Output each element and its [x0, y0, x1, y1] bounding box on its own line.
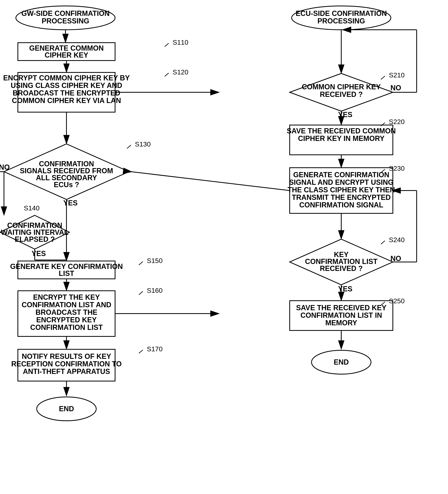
s130-text4: ECUs ?: [54, 181, 79, 189]
ecu-side-header: ECU-SIDE CONFIRMATION: [296, 9, 387, 17]
end-ecu: END: [334, 358, 349, 366]
s250-text1: SAVE THE RECEIVED KEY: [296, 304, 386, 312]
s130-no: NO: [0, 163, 10, 171]
ecu-side-header2: PROCESSING: [317, 17, 365, 25]
s220-text1: SAVE THE RECEIVED COMMON: [287, 127, 396, 135]
s120-text3: BROADCAST THE ENCRYPTED: [13, 89, 121, 97]
s170-text3: ANTI-THEFT APPARATUS: [23, 367, 110, 375]
s240-no: NO: [390, 254, 401, 263]
s120-text1: ENCRYPT COMMON CIPHER KEY BY: [3, 74, 130, 82]
s170-text1: NOTIFY RESULTS OF KEY: [22, 352, 111, 360]
s120-label: S120: [173, 68, 188, 76]
s230-text1: GENERATE CONFIRMATION: [293, 171, 389, 179]
s210-no: NO: [390, 84, 401, 92]
s110-label: S110: [173, 38, 188, 46]
s160-text2: CONFIRMATION LIST AND: [22, 301, 111, 309]
s210-yes: YES: [338, 111, 352, 119]
s160-text3: BROADCAST THE: [36, 308, 97, 316]
s140-text3: ELAPSED ?: [15, 235, 55, 243]
s210-text1: COMMON CIPHER KEY: [302, 83, 381, 91]
s170-text2: RECEPTION CONFIRMATION TO: [11, 360, 122, 368]
s230-text3: THE CLASS CIPHER KEY THEN: [288, 186, 395, 194]
s240-text3: RECEIVED ?: [320, 264, 363, 272]
s240-yes: YES: [338, 285, 352, 293]
s150-label: S150: [147, 257, 162, 264]
gw-side-header: GW-SIDE CONFIRMATION: [21, 9, 110, 17]
end-gw: END: [59, 405, 74, 413]
s160-label: S160: [147, 287, 162, 294]
s220-label: S220: [389, 118, 405, 125]
s250-text2: CONFIRMATION LIST IN: [300, 311, 382, 319]
s210-text2: RECEIVED ?: [320, 90, 363, 99]
s230-text5: CONFIRMATION SIGNAL: [299, 201, 383, 209]
s170-label: S170: [147, 345, 162, 353]
s160-text4: ENCRYPTED KEY: [36, 316, 97, 324]
s110-text2: CIPHER KEY: [45, 51, 88, 59]
s160-text1: ENCRYPT THE KEY: [33, 293, 100, 301]
s230-label: S230: [389, 164, 405, 172]
s160-text5: CONFIRMATION LIST: [30, 323, 103, 332]
s240-label: S240: [389, 236, 405, 244]
s230-text2: SIGNAL AND ENCRYPT USING: [289, 178, 394, 186]
s130-label: S130: [135, 140, 151, 148]
s140-yes: YES: [32, 249, 46, 258]
s120-text4: COMMON CIPHER KEY VIA LAN: [12, 97, 121, 105]
s250-text3: MEMORY: [325, 319, 357, 327]
s220-text2: CIPHER KEY IN MEMORY: [298, 134, 385, 143]
s210-label: S210: [389, 71, 405, 79]
gw-side-header2: PROCESSING: [42, 17, 89, 25]
svg-line-21: [131, 172, 290, 191]
flowchart-diagram: GW-SIDE CONFIRMATION PROCESSING ECU-SIDE…: [0, 0, 448, 494]
s230-text4: TRANSMIT THE ENCRYPTED: [292, 193, 391, 201]
s130-yes: YES: [63, 199, 78, 207]
s120-text2: USING CLASS CIPHER KEY AND: [11, 81, 122, 89]
s150-text2: LIST: [59, 269, 74, 277]
s140-label: S140: [24, 204, 39, 212]
